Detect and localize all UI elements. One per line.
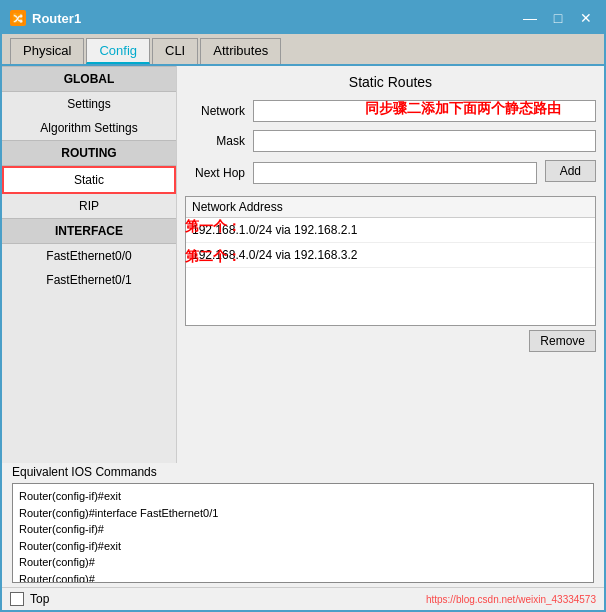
list-item[interactable]: 192.168.4.0/24 via 192.168.3.2: [186, 243, 595, 268]
minimize-button[interactable]: —: [520, 8, 540, 28]
title-controls: — □ ✕: [520, 8, 596, 28]
ios-box: Router(config-if)#exit Router(config)#in…: [12, 483, 594, 583]
router-icon: 🔀: [10, 10, 26, 26]
tab-physical[interactable]: Physical: [10, 38, 84, 64]
nexthop-label: Next Hop: [185, 166, 245, 180]
top-label: Top: [30, 592, 49, 606]
nexthop-row: Next Hop Add: [185, 160, 596, 186]
sidebar-item-rip[interactable]: RIP: [2, 194, 176, 218]
form-fields: Network Mask Next Hop Add: [185, 100, 596, 190]
sidebar-item-algorithm-settings[interactable]: Algorithm Settings: [2, 116, 176, 140]
nexthop-input[interactable]: [253, 162, 537, 184]
network-row: Network: [185, 100, 596, 122]
sidebar: GLOBAL Settings Algorithm Settings ROUTI…: [2, 66, 177, 463]
remove-row: Remove: [185, 330, 596, 352]
form-area: Network Mask Next Hop Add 同步骤二添加下面两个静态路由: [185, 100, 596, 190]
sidebar-item-fastethernet00[interactable]: FastEthernet0/0: [2, 244, 176, 268]
tab-cli[interactable]: CLI: [152, 38, 198, 64]
remove-button[interactable]: Remove: [529, 330, 596, 352]
tab-config[interactable]: Config: [86, 38, 150, 64]
right-panel: Static Routes Network Mask Next Hop Add: [177, 66, 604, 463]
network-list-header: Network Address: [186, 197, 595, 218]
mask-input[interactable]: [253, 130, 596, 152]
panel-title: Static Routes: [185, 74, 596, 90]
network-label: Network: [185, 104, 245, 118]
sidebar-header-global: GLOBAL: [2, 66, 176, 92]
sidebar-item-static[interactable]: Static: [2, 166, 176, 194]
tab-attributes[interactable]: Attributes: [200, 38, 281, 64]
ios-line: Router(config)#: [19, 571, 587, 583]
list-area: Network Address 192.168.1.0/24 via 192.1…: [185, 196, 596, 455]
list-item[interactable]: 192.168.1.0/24 via 192.168.2.1: [186, 218, 595, 243]
sidebar-item-fastethernet01[interactable]: FastEthernet0/1: [2, 268, 176, 292]
network-input[interactable]: [253, 100, 596, 122]
network-list-container: Network Address 192.168.1.0/24 via 192.1…: [185, 196, 596, 326]
title-bar-left: 🔀 Router1: [10, 10, 81, 26]
mask-label: Mask: [185, 134, 245, 148]
ios-section: Equivalent IOS Commands Router(config-if…: [2, 463, 604, 587]
sidebar-item-settings[interactable]: Settings: [2, 92, 176, 116]
bottom-bar: Top https://blog.csdn.net/weixin_4333457…: [2, 587, 604, 610]
watermark: https://blog.csdn.net/weixin_43334573: [426, 594, 596, 605]
close-button[interactable]: ✕: [576, 8, 596, 28]
ios-label: Equivalent IOS Commands: [12, 463, 594, 481]
ios-line: Router(config)#: [19, 554, 587, 571]
sidebar-header-routing: ROUTING: [2, 140, 176, 166]
ios-content: Router(config-if)#exit Router(config)#in…: [13, 484, 593, 582]
ios-line: Router(config)#interface FastEthernet0/1: [19, 505, 587, 522]
ios-line: Router(config-if)#: [19, 521, 587, 538]
top-checkbox[interactable]: [10, 592, 24, 606]
ios-line: Router(config-if)#exit: [19, 538, 587, 555]
add-button[interactable]: Add: [545, 160, 596, 182]
main-content: GLOBAL Settings Algorithm Settings ROUTI…: [2, 66, 604, 463]
sidebar-header-interface: INTERFACE: [2, 218, 176, 244]
mask-row: Mask: [185, 130, 596, 152]
tab-bar: Physical Config CLI Attributes: [2, 34, 604, 66]
ios-line: Router(config-if)#exit: [19, 488, 587, 505]
window: 🔀 Router1 — □ ✕ Physical Config CLI Attr…: [0, 0, 606, 612]
maximize-button[interactable]: □: [548, 8, 568, 28]
title-bar: 🔀 Router1 — □ ✕: [2, 2, 604, 34]
network-list: 192.168.1.0/24 via 192.168.2.1 192.168.4…: [186, 218, 595, 325]
window-title: Router1: [32, 11, 81, 26]
